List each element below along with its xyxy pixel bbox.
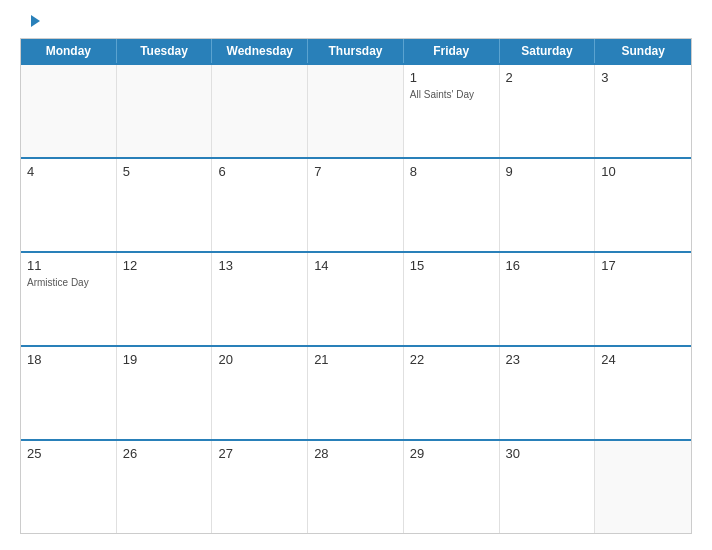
calendar-row-5: 252627282930 xyxy=(21,439,691,533)
day-number: 13 xyxy=(218,258,301,273)
header-cell-sunday: Sunday xyxy=(595,39,691,63)
calendar-body: 1All Saints' Day234567891011Armistice Da… xyxy=(21,63,691,533)
cal-cell: 12 xyxy=(117,253,213,345)
day-number: 12 xyxy=(123,258,206,273)
cal-cell: 1All Saints' Day xyxy=(404,65,500,157)
cal-cell: 24 xyxy=(595,347,691,439)
day-number: 11 xyxy=(27,258,110,273)
cal-cell: 20 xyxy=(212,347,308,439)
day-number: 27 xyxy=(218,446,301,461)
calendar-row-2: 45678910 xyxy=(21,157,691,251)
day-number: 9 xyxy=(506,164,589,179)
day-number: 23 xyxy=(506,352,589,367)
cal-cell: 11Armistice Day xyxy=(21,253,117,345)
day-number: 29 xyxy=(410,446,493,461)
cal-cell: 8 xyxy=(404,159,500,251)
cal-cell: 13 xyxy=(212,253,308,345)
day-number: 19 xyxy=(123,352,206,367)
cal-cell: 30 xyxy=(500,441,596,533)
calendar-row-1: 1All Saints' Day23 xyxy=(21,63,691,157)
cal-cell: 3 xyxy=(595,65,691,157)
cal-cell: 5 xyxy=(117,159,213,251)
day-number: 14 xyxy=(314,258,397,273)
cal-cell: 10 xyxy=(595,159,691,251)
cal-cell: 26 xyxy=(117,441,213,533)
cal-cell: 18 xyxy=(21,347,117,439)
day-number: 10 xyxy=(601,164,685,179)
cal-cell xyxy=(595,441,691,533)
header-cell-thursday: Thursday xyxy=(308,39,404,63)
cal-cell: 6 xyxy=(212,159,308,251)
day-number: 24 xyxy=(601,352,685,367)
calendar-row-3: 11Armistice Day121314151617 xyxy=(21,251,691,345)
day-number: 2 xyxy=(506,70,589,85)
header-cell-tuesday: Tuesday xyxy=(117,39,213,63)
day-number: 6 xyxy=(218,164,301,179)
day-number: 28 xyxy=(314,446,397,461)
cal-cell: 19 xyxy=(117,347,213,439)
cal-cell: 28 xyxy=(308,441,404,533)
day-number: 15 xyxy=(410,258,493,273)
cal-cell: 7 xyxy=(308,159,404,251)
day-number: 17 xyxy=(601,258,685,273)
day-number: 5 xyxy=(123,164,206,179)
day-number: 18 xyxy=(27,352,110,367)
calendar-row-4: 18192021222324 xyxy=(21,345,691,439)
cal-cell: 9 xyxy=(500,159,596,251)
header-cell-wednesday: Wednesday xyxy=(212,39,308,63)
logo xyxy=(20,16,40,28)
cal-cell xyxy=(212,65,308,157)
cal-cell xyxy=(117,65,213,157)
day-number: 8 xyxy=(410,164,493,179)
cal-cell: 2 xyxy=(500,65,596,157)
day-number: 3 xyxy=(601,70,685,85)
svg-marker-0 xyxy=(31,15,40,27)
day-number: 20 xyxy=(218,352,301,367)
cal-cell: 21 xyxy=(308,347,404,439)
header-cell-saturday: Saturday xyxy=(500,39,596,63)
day-number: 7 xyxy=(314,164,397,179)
cal-cell: 25 xyxy=(21,441,117,533)
day-number: 26 xyxy=(123,446,206,461)
header-cell-friday: Friday xyxy=(404,39,500,63)
cal-cell xyxy=(308,65,404,157)
day-number: 1 xyxy=(410,70,493,85)
day-number: 16 xyxy=(506,258,589,273)
holiday-label: Armistice Day xyxy=(27,276,110,289)
day-number: 4 xyxy=(27,164,110,179)
cal-cell: 14 xyxy=(308,253,404,345)
calendar: MondayTuesdayWednesdayThursdayFridaySatu… xyxy=(20,38,692,534)
holiday-label: All Saints' Day xyxy=(410,88,493,101)
cal-cell: 16 xyxy=(500,253,596,345)
page: MondayTuesdayWednesdayThursdayFridaySatu… xyxy=(0,0,712,550)
cal-cell: 17 xyxy=(595,253,691,345)
logo-flag-icon xyxy=(22,15,40,27)
day-number: 30 xyxy=(506,446,589,461)
day-number: 22 xyxy=(410,352,493,367)
cal-cell: 23 xyxy=(500,347,596,439)
cal-cell: 22 xyxy=(404,347,500,439)
cal-cell: 4 xyxy=(21,159,117,251)
calendar-header: MondayTuesdayWednesdayThursdayFridaySatu… xyxy=(21,39,691,63)
header xyxy=(20,16,692,28)
header-cell-monday: Monday xyxy=(21,39,117,63)
day-number: 25 xyxy=(27,446,110,461)
cal-cell: 15 xyxy=(404,253,500,345)
cal-cell: 29 xyxy=(404,441,500,533)
day-number: 21 xyxy=(314,352,397,367)
cal-cell: 27 xyxy=(212,441,308,533)
cal-cell xyxy=(21,65,117,157)
